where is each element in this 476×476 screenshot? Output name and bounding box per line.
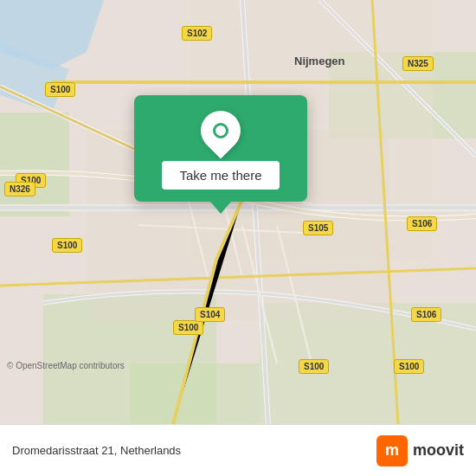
road-label-s104: S104 [195, 307, 225, 322]
road-label-s106-2: S106 [411, 307, 441, 322]
road-label-n326: N326 [4, 182, 35, 196]
road-label-s100-1: S100 [45, 82, 75, 97]
copyright-text: © OpenStreetMap contributors [7, 361, 125, 370]
road-label-s105: S105 [303, 221, 333, 235]
location-pin [192, 102, 248, 158]
address-text: Dromedarisstraat 21, Netherlands [12, 444, 181, 457]
road-label-s106-1: S106 [407, 216, 437, 231]
road-label-s100-3: S100 [52, 238, 82, 253]
bottom-bar: Dromedarisstraat 21, Netherlands m moovi… [0, 424, 476, 476]
pin-inner [213, 123, 228, 138]
road-label-s100-4: S100 [173, 320, 203, 335]
road-label-s100-6: S100 [394, 359, 424, 374]
popup-card: Take me there [134, 95, 307, 202]
svg-rect-1 [0, 113, 69, 216]
svg-text:Nijmegen: Nijmegen [294, 55, 345, 68]
map-container: Nijmegen S100 S100 S100 S100 S100 S100 S… [0, 0, 476, 424]
road-label-s102: S102 [182, 26, 212, 41]
moovit-text: moovit [413, 441, 464, 460]
moovit-icon: m [376, 435, 408, 466]
moovit-logo: m moovit [376, 435, 464, 466]
svg-rect-5 [130, 363, 260, 424]
take-me-there-button[interactable]: Take me there [162, 161, 279, 190]
road-label-s100-5: S100 [299, 359, 329, 374]
road-label-n325: N325 [402, 56, 434, 71]
